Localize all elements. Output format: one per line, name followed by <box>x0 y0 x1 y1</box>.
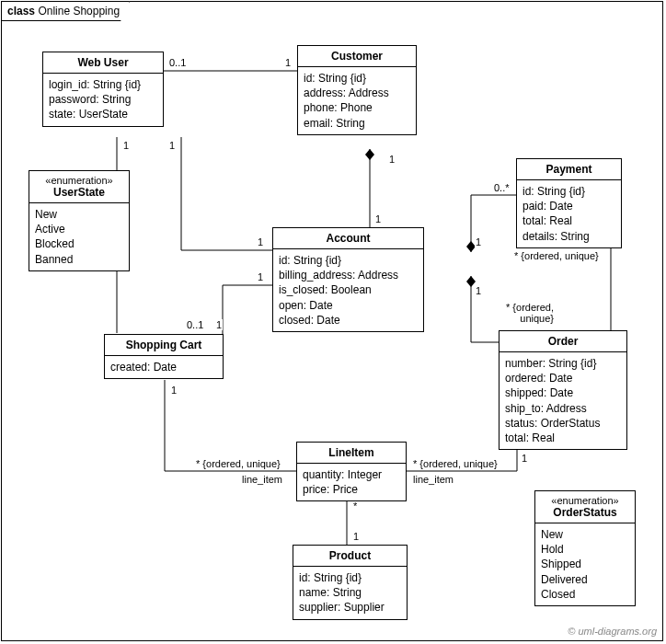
class-title: Shopping Cart <box>105 335 223 356</box>
mult-lineitem-product-li: * <box>352 500 358 512</box>
class-title: Product <box>293 546 407 567</box>
class-title: «enumeration» OrderStatus <box>535 491 635 523</box>
mult-webuser-cart-cart: 1 <box>215 319 223 330</box>
mult-account-payment-acc: 1 <box>475 236 482 247</box>
role-cart-lineitem: line_item <box>241 474 283 485</box>
class-attrs: login_id: String {id} password: String s… <box>43 74 163 126</box>
role-order-lineitem: line_item <box>412 474 454 485</box>
class-title: «enumeration» UserState <box>29 171 129 203</box>
class-title: Payment <box>517 159 621 180</box>
class-account: Account id: String {id} billing_address:… <box>272 227 424 332</box>
class-line-item: LineItem quantity: Integer price: Price <box>296 442 407 501</box>
class-title: Customer <box>298 46 416 67</box>
class-title: LineItem <box>297 443 406 464</box>
class-order-status: «enumeration» OrderStatus New Hold Shipp… <box>534 490 636 606</box>
mult-webuser-cart-wu: 1 <box>122 140 130 151</box>
class-shopping-cart: Shopping Cart created: Date <box>104 334 224 379</box>
class-order: Order number: String {id} ordered: Date … <box>499 330 627 450</box>
mult-cart-lineitem-li: * {ordered, unique} <box>195 458 281 469</box>
class-payment: Payment id: String {id} paid: Date total… <box>516 158 622 248</box>
class-attrs: New Active Blocked Banned <box>29 203 129 270</box>
class-attrs: quantity: Integer price: Price <box>297 464 406 500</box>
class-attrs: id: String {id} billing_address: Address… <box>273 249 423 331</box>
mult-account-order-ord: * {ordered, unique} <box>505 302 555 324</box>
mult-account-order-acc: 1 <box>475 285 482 296</box>
class-title: Web User <box>43 52 163 74</box>
mult-webuser-account-wu: 1 <box>168 140 176 151</box>
mult-account-cart-cart: 0..1 <box>186 319 204 330</box>
class-product: Product id: String {id} name: String sup… <box>293 545 408 620</box>
class-attrs: created: Date <box>105 356 223 378</box>
mult-customer-account-cust: 1 <box>388 154 396 165</box>
mult-order-lineitem-li: * {ordered, unique} <box>412 458 499 469</box>
class-web-user: Web User login_id: String {id} password:… <box>42 52 164 127</box>
credit: © uml-diagrams.org <box>568 626 657 637</box>
class-title: Account <box>273 228 423 249</box>
mult-account-cart-acc: 1 <box>257 271 264 282</box>
class-attrs: id: String {id} name: String supplier: S… <box>293 567 407 619</box>
class-attrs: number: String {id} ordered: Date shippe… <box>500 352 626 449</box>
frame-prefix: class <box>7 5 35 17</box>
class-attrs: id: String {id} paid: Date total: Real d… <box>517 180 621 247</box>
mult-payment-order-pay: * {ordered, unique} <box>513 250 600 261</box>
frame-label: class Online Shopping <box>1 1 130 21</box>
mult-webuser-customer-left: 0..1 <box>168 57 187 68</box>
diagram-frame: class Online Shopping 0..1 <box>1 1 663 641</box>
mult-lineitem-product-prod: 1 <box>352 531 360 542</box>
frame-name: Online Shopping <box>38 5 120 17</box>
class-user-state: «enumeration» UserState New Active Block… <box>29 170 130 271</box>
class-title: Order <box>500 331 626 352</box>
mult-customer-account-acc: 1 <box>374 213 382 224</box>
mult-webuser-customer-right: 1 <box>284 57 292 68</box>
mult-cart-lineitem-cart: 1 <box>170 385 178 396</box>
mult-order-lineitem-ord: 1 <box>521 453 528 464</box>
mult-webuser-account-acc: 1 <box>257 236 264 247</box>
mult-account-payment-pay: 0..* <box>493 182 511 193</box>
class-customer: Customer id: String {id} address: Addres… <box>297 45 417 135</box>
class-attrs: New Hold Shipped Delivered Closed <box>535 523 635 605</box>
class-attrs: id: String {id} address: Address phone: … <box>298 67 416 134</box>
